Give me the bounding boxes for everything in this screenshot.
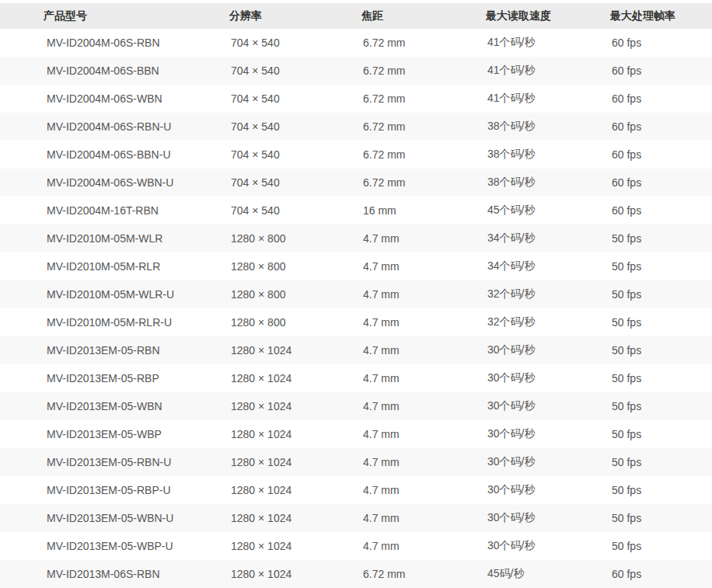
cell-resolution: 1280 × 1024 <box>229 364 361 392</box>
cell-max-read-speed: 45码/秒 <box>486 560 610 588</box>
cell-resolution: 704 × 540 <box>229 197 361 224</box>
cell-max-read-speed: 41个码/秒 <box>486 85 610 113</box>
cell-max-read-speed: 34个码/秒 <box>486 224 610 252</box>
cell-max-frame-rate: 50 fps <box>610 504 712 532</box>
cell-model: MV-ID2004M-06S-BBN <box>0 57 229 85</box>
column-header-model: 产品型号 <box>0 3 229 29</box>
cell-max-frame-rate: 50 fps <box>610 308 712 336</box>
cell-model: MV-ID2010M-05M-RLR-U <box>0 308 229 336</box>
cell-max-read-speed: 32个码/秒 <box>486 308 610 336</box>
cell-max-frame-rate: 60 fps <box>610 197 712 224</box>
cell-model: MV-ID2004M-06S-RBN <box>0 29 229 57</box>
cell-focal-length: 4.7 mm <box>361 336 486 364</box>
cell-model: MV-ID2004M-06S-WBN-U <box>0 169 229 197</box>
cell-max-frame-rate: 60 fps <box>610 29 712 57</box>
cell-max-frame-rate: 50 fps <box>610 336 712 364</box>
cell-max-frame-rate: 50 fps <box>610 392 712 420</box>
column-header-resolution: 分辨率 <box>229 3 361 29</box>
cell-max-read-speed: 30个码/秒 <box>486 504 610 532</box>
column-header-max-frame-rate: 最大处理帧率 <box>610 3 712 29</box>
table-row: MV-ID2004M-06S-BBN-U704 × 5406.72 mm38个码… <box>0 141 712 169</box>
cell-model: MV-ID2013EM-05-RBN <box>0 336 229 364</box>
cell-resolution: 1280 × 800 <box>229 252 361 280</box>
cell-resolution: 1280 × 1024 <box>229 504 361 532</box>
cell-model: MV-ID2010M-05M-RLR <box>0 252 229 280</box>
cell-resolution: 704 × 540 <box>229 57 361 85</box>
cell-model: MV-ID2013EM-05-WBP-U <box>0 532 229 560</box>
cell-focal-length: 4.7 mm <box>361 364 486 392</box>
cell-focal-length: 4.7 mm <box>361 448 486 476</box>
cell-resolution: 1280 × 1024 <box>229 392 361 420</box>
product-spec-page: 产品型号 分辨率 焦距 最大读取速度 最大处理帧率 MV-ID2004M-06S… <box>0 0 712 588</box>
column-header-focal-length: 焦距 <box>361 3 486 29</box>
cell-max-frame-rate: 60 fps <box>610 113 712 141</box>
cell-max-read-speed: 34个码/秒 <box>486 252 610 280</box>
table-row: MV-ID2013EM-05-WBP-U1280 × 10244.7 mm30个… <box>0 532 712 560</box>
cell-max-read-speed: 30个码/秒 <box>486 448 610 476</box>
cell-resolution: 1280 × 1024 <box>229 532 361 560</box>
cell-focal-length: 4.7 mm <box>361 392 486 420</box>
table-row: MV-ID2010M-05M-RLR1280 × 8004.7 mm34个码/秒… <box>0 252 712 280</box>
table-body: MV-ID2004M-06S-RBN704 × 5406.72 mm41个码/秒… <box>0 29 712 588</box>
cell-max-read-speed: 30个码/秒 <box>486 476 610 504</box>
cell-max-read-speed: 30个码/秒 <box>486 364 610 392</box>
table-row: MV-ID2010M-05M-RLR-U1280 × 8004.7 mm32个码… <box>0 308 712 336</box>
cell-resolution: 704 × 540 <box>229 169 361 197</box>
cell-resolution: 1280 × 1024 <box>229 336 361 364</box>
cell-resolution: 1280 × 800 <box>229 224 361 252</box>
cell-resolution: 1280 × 1024 <box>229 560 361 588</box>
cell-max-frame-rate: 60 fps <box>610 57 712 85</box>
cell-max-read-speed: 41个码/秒 <box>486 57 610 85</box>
cell-resolution: 704 × 540 <box>229 29 361 57</box>
cell-model: MV-ID2004M-06S-BBN-U <box>0 141 229 169</box>
cell-max-read-speed: 45个码/秒 <box>486 197 610 224</box>
cell-focal-length: 16 mm <box>361 197 486 224</box>
cell-focal-length: 4.7 mm <box>361 224 486 252</box>
table-row: MV-ID2013M-06S-RBN1280 × 10246.72 mm45码/… <box>0 560 712 588</box>
table-row: MV-ID2013EM-05-RBN-U1280 × 10244.7 mm30个… <box>0 448 712 476</box>
cell-model: MV-ID2013EM-05-RBN-U <box>0 448 229 476</box>
cell-max-frame-rate: 50 fps <box>610 420 712 448</box>
cell-max-frame-rate: 50 fps <box>610 252 712 280</box>
cell-focal-length: 4.7 mm <box>361 280 486 308</box>
cell-resolution: 1280 × 800 <box>229 280 361 308</box>
product-spec-table: 产品型号 分辨率 焦距 最大读取速度 最大处理帧率 MV-ID2004M-06S… <box>0 3 712 588</box>
cell-max-read-speed: 30个码/秒 <box>486 420 610 448</box>
cell-max-read-speed: 38个码/秒 <box>486 169 610 197</box>
cell-model: MV-ID2010M-05M-WLR <box>0 224 229 252</box>
cell-focal-length: 6.72 mm <box>361 141 486 169</box>
cell-model: MV-ID2010M-05M-WLR-U <box>0 280 229 308</box>
table-row: MV-ID2013EM-05-WBN1280 × 10244.7 mm30个码/… <box>0 392 712 420</box>
cell-max-frame-rate: 50 fps <box>610 224 712 252</box>
cell-focal-length: 4.7 mm <box>361 252 486 280</box>
cell-max-frame-rate: 60 fps <box>610 560 712 588</box>
cell-focal-length: 6.72 mm <box>361 560 486 588</box>
cell-max-read-speed: 30个码/秒 <box>486 392 610 420</box>
cell-resolution: 704 × 540 <box>229 85 361 113</box>
cell-max-frame-rate: 60 fps <box>610 169 712 197</box>
cell-max-read-speed: 38个码/秒 <box>486 113 610 141</box>
cell-max-frame-rate: 50 fps <box>610 476 712 504</box>
table-row: MV-ID2004M-16T-RBN704 × 54016 mm45个码/秒60… <box>0 197 712 224</box>
cell-max-read-speed: 32个码/秒 <box>486 280 610 308</box>
table-row: MV-ID2013EM-05-RBP1280 × 10244.7 mm30个码/… <box>0 364 712 392</box>
cell-resolution: 1280 × 800 <box>229 308 361 336</box>
cell-focal-length: 6.72 mm <box>361 169 486 197</box>
table-row: MV-ID2010M-05M-WLR-U1280 × 8004.7 mm32个码… <box>0 280 712 308</box>
cell-resolution: 1280 × 1024 <box>229 476 361 504</box>
cell-model: MV-ID2004M-06S-RBN-U <box>0 113 229 141</box>
cell-focal-length: 6.72 mm <box>361 85 486 113</box>
cell-focal-length: 4.7 mm <box>361 532 486 560</box>
table-row: MV-ID2004M-06S-RBN704 × 5406.72 mm41个码/秒… <box>0 29 712 57</box>
cell-max-frame-rate: 50 fps <box>610 364 712 392</box>
cell-focal-length: 4.7 mm <box>361 420 486 448</box>
cell-max-read-speed: 30个码/秒 <box>486 532 610 560</box>
cell-focal-length: 4.7 mm <box>361 504 486 532</box>
cell-model: MV-ID2013EM-05-RBP-U <box>0 476 229 504</box>
cell-resolution: 704 × 540 <box>229 113 361 141</box>
cell-focal-length: 4.7 mm <box>361 476 486 504</box>
cell-resolution: 704 × 540 <box>229 141 361 169</box>
cell-focal-length: 4.7 mm <box>361 308 486 336</box>
cell-model: MV-ID2013EM-05-WBP <box>0 420 229 448</box>
table-row: MV-ID2013EM-05-WBP1280 × 10244.7 mm30个码/… <box>0 420 712 448</box>
